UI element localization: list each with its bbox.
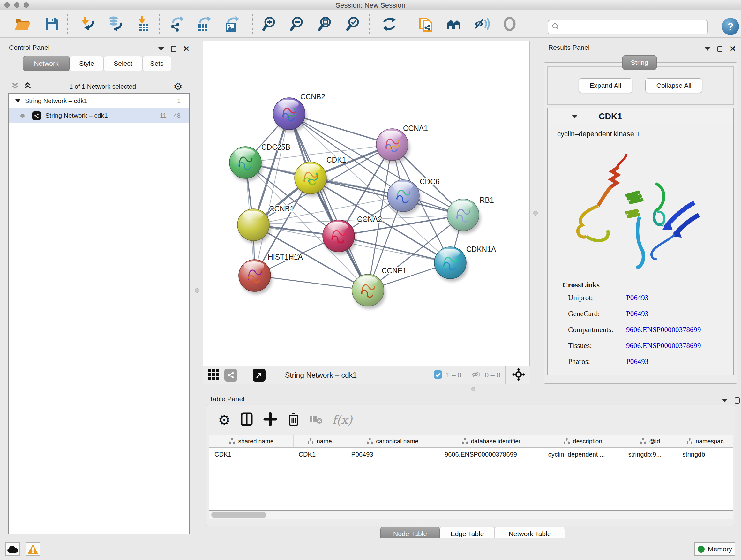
genecard-link[interactable]: P06493 bbox=[626, 310, 649, 318]
node-table-card: ⚙ f(x) shared name name canonical name d… bbox=[206, 405, 735, 526]
show-columns-icon[interactable] bbox=[239, 412, 254, 428]
export-table-icon[interactable] bbox=[196, 15, 214, 33]
node-CCNA1[interactable]: CCNA1 bbox=[376, 124, 428, 164]
tab-string-results[interactable]: String bbox=[622, 55, 657, 70]
pharos-link[interactable]: P06493 bbox=[626, 358, 649, 366]
node-CDC25B[interactable]: CDC25B bbox=[229, 143, 290, 181]
refresh-layout-icon[interactable] bbox=[381, 15, 398, 33]
node-CCNB1[interactable]: CCNB1 bbox=[238, 205, 294, 244]
tab-network[interactable]: Network bbox=[23, 56, 70, 71]
column-header[interactable]: database identifier bbox=[440, 435, 543, 447]
close-panel-icon[interactable]: ✕ bbox=[730, 45, 736, 53]
collapse-panel-icon[interactable] bbox=[704, 47, 711, 51]
tab-style[interactable]: Style bbox=[70, 56, 104, 71]
section-expander-icon[interactable] bbox=[572, 115, 578, 118]
gene-section-header[interactable]: CDK1 bbox=[548, 108, 733, 125]
float-panel-icon[interactable] bbox=[171, 46, 176, 52]
grid-view-icon[interactable] bbox=[208, 368, 220, 382]
column-header[interactable]: shared name bbox=[209, 435, 293, 447]
left-splitter-handle[interactable] bbox=[195, 288, 199, 293]
network-canvas[interactable]: CCNB2CCNA1CDC25BCDK1CDC6RB1CCNB1CCNA2CDK… bbox=[203, 41, 530, 366]
import-network-file-icon[interactable] bbox=[78, 15, 96, 33]
tab-sets[interactable]: Sets bbox=[142, 56, 172, 71]
node-label-RB1: RB1 bbox=[480, 196, 494, 204]
column-header[interactable]: canonical name bbox=[346, 435, 440, 447]
network-status-dot bbox=[20, 114, 24, 118]
column-header[interactable]: description bbox=[543, 435, 623, 447]
string-results-card: Expand All Collapse All CDK1 cyclin–depe… bbox=[544, 62, 737, 384]
create-column-icon[interactable] bbox=[263, 412, 278, 428]
node-CDC6[interactable]: CDC6 bbox=[387, 178, 440, 214]
node-RB1[interactable]: RB1 bbox=[447, 196, 494, 234]
crosslink-label: Uniprot: bbox=[562, 294, 626, 302]
node-table: shared name name canonical name database… bbox=[209, 435, 733, 510]
node-label-CDKN1A: CDKN1A bbox=[466, 245, 496, 253]
open-session-icon[interactable] bbox=[13, 15, 31, 33]
network-label: String Network – cdk1 bbox=[45, 112, 108, 119]
edge-CCNB2-CCNE1[interactable] bbox=[289, 114, 368, 290]
expand-all-networks-icon[interactable] bbox=[23, 82, 32, 91]
network-edge-count: 48 bbox=[174, 112, 181, 119]
export-network-icon[interactable] bbox=[169, 15, 187, 33]
selected-checkbox-icon[interactable] bbox=[433, 370, 443, 381]
import-table-file-icon[interactable] bbox=[135, 15, 152, 33]
hide-selected-icon[interactable] bbox=[473, 15, 491, 33]
zoom-fit-icon[interactable] bbox=[317, 15, 335, 33]
table-horizontal-scrollbar[interactable] bbox=[209, 510, 733, 519]
expand-all-button[interactable]: Expand All bbox=[579, 78, 632, 93]
network-share-icon[interactable] bbox=[224, 369, 237, 381]
hidden-eye-icon[interactable] bbox=[471, 369, 482, 381]
scrollbar-thumb[interactable] bbox=[211, 512, 266, 518]
collapse-panel-icon[interactable] bbox=[722, 399, 728, 402]
float-panel-icon[interactable] bbox=[735, 397, 740, 403]
tab-select[interactable]: Select bbox=[104, 56, 142, 71]
node-label-CCNE1: CCNE1 bbox=[382, 266, 407, 275]
export-image-icon[interactable] bbox=[224, 15, 242, 33]
edge-CCNB2-HIST1H1A[interactable] bbox=[255, 114, 289, 275]
search-input[interactable] bbox=[562, 23, 707, 31]
network-from-clipboard-icon[interactable] bbox=[417, 15, 434, 33]
show-all-eye-icon[interactable] bbox=[501, 15, 519, 33]
network-row[interactable]: String Network – cdk1 11 48 bbox=[9, 108, 189, 123]
node-CCNB2[interactable]: CCNB2 bbox=[273, 92, 325, 132]
control-panel: Control Panel ✕ Network Style Select Set… bbox=[3, 40, 192, 535]
toolbar-separator bbox=[67, 14, 68, 34]
bottom-splitter-handle[interactable] bbox=[471, 387, 475, 391]
collapse-all-networks-icon[interactable] bbox=[11, 82, 19, 91]
table-options-gear-icon[interactable]: ⚙ bbox=[218, 412, 230, 428]
compartments-link[interactable]: 9606.ENSP00000378699 bbox=[626, 326, 701, 334]
node-HIST1H1A[interactable]: HIST1H1A bbox=[239, 253, 303, 294]
center-view-crosshair-icon[interactable] bbox=[512, 368, 525, 382]
function-builder-icon: f(x) bbox=[332, 413, 352, 427]
collection-expander-icon[interactable] bbox=[15, 99, 20, 103]
column-header[interactable]: @id bbox=[623, 435, 677, 447]
warnings-button[interactable] bbox=[25, 543, 40, 556]
app-home-icon[interactable] bbox=[445, 15, 463, 33]
collapse-panel-icon[interactable] bbox=[158, 47, 164, 51]
help-button[interactable]: ? bbox=[722, 18, 739, 35]
zoom-out-icon[interactable] bbox=[289, 15, 307, 33]
table-row[interactable]: CDK1 CDK1 P06493 9606.ENSP00000378699 cy… bbox=[209, 448, 733, 461]
save-session-icon[interactable] bbox=[43, 15, 61, 33]
cloud-status-button[interactable] bbox=[5, 543, 20, 556]
table-panel-title: Table Panel bbox=[209, 395, 245, 403]
zoom-selected-icon[interactable] bbox=[345, 15, 363, 33]
delete-column-trash-icon[interactable] bbox=[286, 412, 300, 428]
collapse-all-button[interactable]: Collapse All bbox=[645, 78, 703, 93]
column-header[interactable]: namespac bbox=[677, 435, 733, 447]
tissues-link[interactable]: 9606.ENSP00000378699 bbox=[626, 341, 701, 350]
memory-button[interactable]: Memory bbox=[694, 543, 735, 556]
network-collection-row[interactable]: String Network – cdk1 1 bbox=[9, 94, 189, 108]
float-panel-icon[interactable] bbox=[718, 46, 723, 52]
zoom-in-icon[interactable] bbox=[261, 15, 279, 33]
uniprot-link[interactable]: P06493 bbox=[626, 294, 649, 302]
close-panel-icon[interactable]: ✕ bbox=[183, 45, 190, 53]
right-splitter-handle[interactable] bbox=[533, 211, 538, 215]
import-network-database-icon[interactable] bbox=[106, 15, 124, 33]
control-panel-tabs: Network Style Select Sets bbox=[23, 56, 172, 71]
node-CDKN1A[interactable]: CDKN1A bbox=[434, 245, 496, 282]
birdseye-view-icon[interactable] bbox=[253, 369, 266, 381]
network-options-gear-icon[interactable]: ⚙ bbox=[173, 80, 183, 92]
column-header[interactable]: name bbox=[293, 435, 346, 447]
string-app-icon bbox=[32, 111, 41, 120]
